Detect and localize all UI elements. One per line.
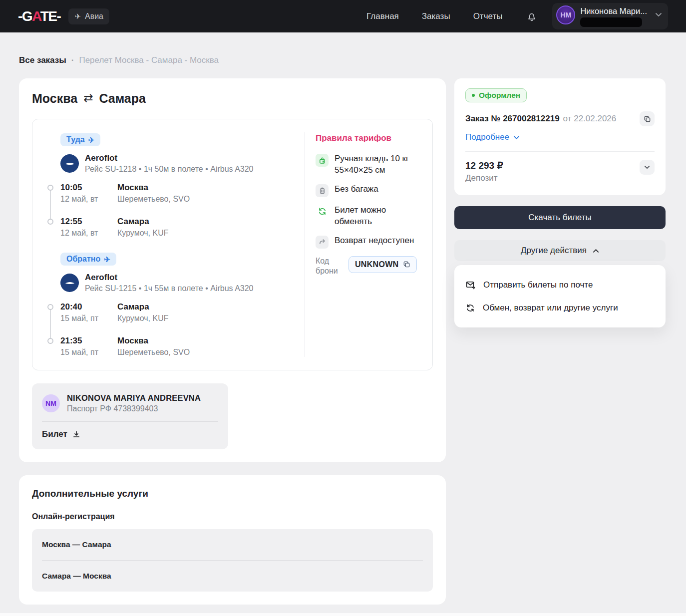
airline-row: Aeroflot Рейс SU-1218 • 1ч 50м в полете … [60,153,295,174]
airport: Курумоч, KUF [117,229,168,238]
bell-icon[interactable] [526,11,537,22]
flight-meta: Рейс SU-1218 • 1ч 50м в полете • Airbus … [85,165,254,174]
timeline-stop: 21:35 15 май, пт Москва Шереметьево, SVO [60,336,295,357]
booking-code-value[interactable]: UNKNOWN [348,256,417,273]
arrival-time: 21:35 [60,336,117,346]
fare-rules-panel: Правила тарифов Ручная кладь 10 кг 55×40… [305,132,432,357]
airplane-icon: ✈ [88,136,95,144]
departure-time: 20:40 [60,302,117,312]
airplane-icon: ✈ [104,256,110,263]
send-mail-icon [465,280,476,290]
download-tickets-button[interactable]: Скачать билеты [454,206,666,229]
copy-icon[interactable] [403,261,410,268]
breadcrumb: Все заказы · Перелет Москва - Самара - М… [19,55,667,65]
airline-info: Aeroflot Рейс SU-1215 • 1ч 55м в полете … [85,273,254,293]
direction-badge-outbound: Туда ✈ [60,133,100,146]
order-number-row: Заказ № 267002812219 от 22.02.2026 [465,111,655,126]
order-number-value: 267002812219 [503,114,559,123]
timeline: 20:40 15 май, пт Самара Курумоч, KUF [60,302,295,357]
download-ticket-link[interactable]: Билет [42,429,80,439]
product-badge-label: Авиа [85,12,103,21]
roundtrip-arrows-icon: ⇄ [83,91,93,105]
price-info: 12 293 ₽ Депозит [465,160,503,183]
airplane-icon: ✈ [74,12,81,20]
arrival-date: 12 май, вт [60,229,117,238]
download-icon [72,430,80,438]
fare-rules-title: Правила тарифов [316,133,421,143]
departure-date: 12 май, вт [60,195,117,204]
timeline-stop: 12:55 12 май, вт Самара Курумоч, KUF [60,217,295,238]
menu-item-label: Отправить билеты по почте [483,280,593,290]
flight-meta: Рейс SU-1215 • 1ч 55м в полете • Airbus … [85,284,254,293]
gate-logo[interactable]: -GATE- [18,8,60,24]
breadcrumb-all-orders[interactable]: Все заказы [19,55,66,65]
logo-accent: A [32,8,40,24]
order-number-label: Заказ № [465,114,500,123]
user-meta: Никонова Мари... [580,5,647,27]
flight-column: Туда ✈ Aeroflot Рейс SU-1218 • 1ч 50м в … [32,132,305,357]
timeline-stop: 10:05 12 май, вт Москва Шереметьево, SVO [60,183,295,204]
service-route-row[interactable]: Самара — Москва [42,560,423,592]
services-title: Дополнительные услуги [32,488,433,499]
timeline-stop: 20:40 15 май, пт Самара Курумоч, KUF [60,302,295,323]
airport: Шереметьево, SVO [117,195,190,204]
hand-luggage-icon [316,154,329,167]
direction-label: Туда [66,135,85,144]
price-expand-button[interactable] [640,160,655,175]
arrival-date: 15 май, пт [60,348,117,357]
passenger-document: Паспорт РФ 4738399403 [67,404,201,413]
exchange-icon [316,205,329,218]
service-route-row[interactable]: Москва — Самара [42,529,423,560]
place-col: Москва Шереметьево, SVO [117,336,190,357]
services-subtitle: Онлайн-регистрация [32,512,433,521]
place-col: Самара Курумоч, KUF [117,302,168,323]
title-from: Москва [32,91,77,106]
menu-item-exchange-return[interactable]: Обмен, возврат или другие услуги [465,297,655,319]
nav-item-reports[interactable]: Отчеты [473,11,503,21]
order-card: Москва ⇄ Самара Туда ✈ [19,78,446,462]
status-label: Оформлен [479,91,520,100]
ticket-label: Билет [42,429,67,439]
user-menu[interactable]: НМ Никонова Мари... [552,3,668,29]
breadcrumb-separator: · [71,55,74,65]
copy-order-button[interactable] [640,111,655,126]
breadcrumb-current: Перелет Москва - Самара - Москва [79,55,219,65]
fare-rule-hand-luggage: Ручная кладь 10 кг 55×40×25 см [316,153,421,176]
price-caption: Депозит [465,173,503,183]
booking-code-row: Код брони UNKNOWN [316,256,421,276]
airport: Курумоч, KUF [117,314,168,323]
city: Самара [117,217,168,227]
airline-info: Aeroflot Рейс SU-1218 • 1ч 50м в полете … [85,153,254,174]
passenger-name: NIKONOVA MARIYA ANDREEVNA [67,393,201,403]
arrival-time: 12:55 [60,217,117,227]
product-badge-avia[interactable]: ✈ Авиа [68,8,109,24]
order-date: от 22.02.2026 [563,114,617,124]
services-routes: Москва — Самара Самара — Москва [32,529,433,592]
direction-label: Обратно [66,255,100,264]
airline-name: Aeroflot [85,273,254,283]
return-icon [316,236,329,249]
nav-item-orders[interactable]: Заказы [422,11,450,21]
page-title: Москва ⇄ Самара [32,91,433,106]
more-actions-label: Другие действия [521,246,587,256]
price-value: 12 293 ₽ [465,160,503,171]
city: Москва [117,183,190,193]
departure-date: 15 май, пт [60,314,117,323]
fare-rule-text: Без багажа [335,184,421,195]
more-actions-button[interactable]: Другие действия [454,240,666,261]
avatar: НМ [556,5,575,24]
departure-time: 10:05 [60,183,117,193]
nav-item-home[interactable]: Главная [366,11,399,21]
city: Москва [117,336,190,346]
timeline-marker [47,185,53,191]
fare-rule-no-refund: Возврат недоступен [316,235,421,249]
time-col: 12:55 12 май, вт [60,217,117,238]
chevron-down-icon [513,135,520,140]
menu-item-label: Обмен, возврат или другие услуги [483,303,618,313]
timeline: 10:05 12 май, вт Москва Шереметьево, SVO [60,183,295,238]
passenger-card: NM NIKONOVA MARIYA ANDREEVNA Паспорт РФ … [32,383,228,449]
fare-rule-text: Ручная кладь 10 кг 55×40×25 см [335,153,421,176]
menu-item-send-tickets[interactable]: Отправить билеты по почте [465,273,655,297]
chevron-down-icon [655,12,662,17]
details-toggle[interactable]: Подробнее [465,132,520,142]
